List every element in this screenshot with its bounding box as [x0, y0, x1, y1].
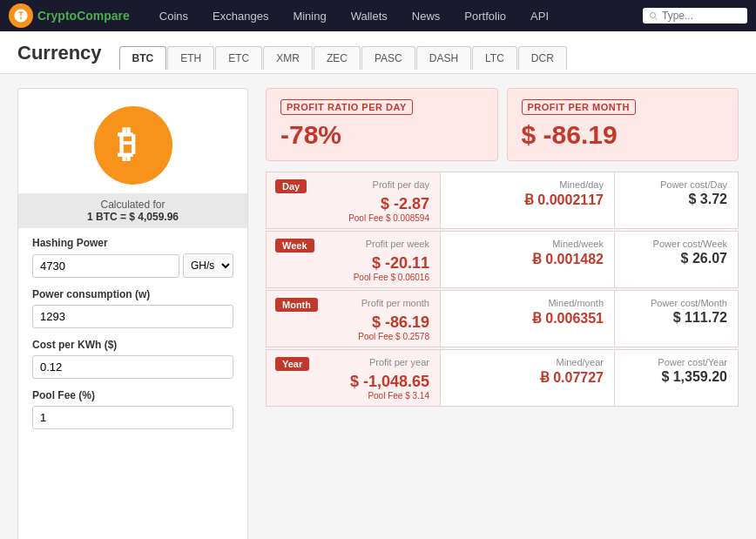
power-label: Power cost/Week [625, 239, 727, 249]
power-value: $ 26.07 [625, 251, 727, 266]
profit-ratio-label: PROFIT RATIO PER DAY [280, 99, 413, 115]
nav-portfolio[interactable]: Portfolio [452, 0, 518, 31]
hashing-power-label: Hashing Power [32, 237, 233, 249]
logo[interactable]: CryptoCompare [9, 3, 130, 28]
profit-label: Profit per week [320, 239, 429, 249]
power-value: $ 3.72 [625, 192, 727, 207]
period-badge: Day [275, 179, 307, 193]
nav-links: Coins Exchanges Mining Wallets News Port… [147, 0, 643, 31]
pool-fee-input[interactable] [32, 406, 233, 429]
cost-kwh-label: Cost per KWh ($) [32, 339, 233, 351]
power-value: $ 111.72 [625, 310, 727, 326]
main-content: ₿ Calculated for 1 BTC = $ 4,059.96 Hash… [0, 74, 756, 539]
table-row: Year Profit per year $ -1,048.65 Pool Fe… [267, 350, 739, 407]
svg-text:₿: ₿ [118, 124, 136, 165]
nav-mining[interactable]: Mining [280, 0, 338, 31]
top-stats: PROFIT RATIO PER DAY -78% PROFIT PER MON… [266, 88, 739, 161]
calculated-for: Calculated for 1 BTC = $ 4,059.96 [18, 193, 247, 228]
profit-value: $ -86.19 [275, 313, 429, 332]
profit-label: Profit per year [314, 357, 429, 367]
pool-fee-group: Pool Fee (%) [32, 389, 233, 429]
power-consumption-input[interactable] [32, 305, 233, 328]
mined-label: Mined/month [451, 298, 604, 308]
page-title: Currency [17, 42, 102, 73]
power-consumption-label: Power consumption (w) [32, 288, 233, 300]
tab-ltc[interactable]: LTC [472, 46, 517, 70]
tab-btc[interactable]: BTC [119, 46, 167, 70]
nav-news[interactable]: News [400, 0, 453, 31]
hashing-power-unit-select[interactable]: GH/s MH/s TH/s [183, 253, 233, 278]
mined-value: Ƀ 0.001482 [451, 251, 604, 267]
pool-fee: Pool Fee $ 0.2578 [275, 332, 429, 341]
hashing-power-group: Hashing Power GH/s MH/s TH/s [32, 237, 233, 278]
profit-value: $ -1,048.65 [275, 373, 429, 391]
tab-dcr[interactable]: DCR [518, 46, 567, 70]
power-value: $ 1,359.20 [625, 369, 727, 385]
coin-logo-area: ₿ [18, 89, 247, 193]
tab-dash[interactable]: DASH [416, 46, 471, 70]
profit-table: Day Profit per day $ -2.87 Pool Fee $ 0.… [266, 172, 739, 407]
pool-fee: Pool Fee $ 0.008594 [275, 213, 429, 223]
mined-value: Ƀ 0.07727 [451, 369, 604, 386]
mined-label: Mined/day [451, 179, 604, 190]
power-consumption-group: Power consumption (w) [32, 288, 233, 328]
tab-zec[interactable]: ZEC [314, 46, 361, 70]
mined-value: Ƀ 0.006351 [451, 310, 604, 327]
period-badge: Year [275, 357, 309, 371]
profit-label: Profit per day [312, 179, 429, 190]
left-panel: ₿ Calculated for 1 BTC = $ 4,059.96 Hash… [17, 88, 248, 539]
profit-label: Profit per month [323, 298, 429, 308]
table-row: Month Profit per month $ -86.19 Pool Fee… [267, 291, 739, 347]
cost-kwh-group: Cost per KWh ($) [32, 339, 233, 379]
tab-etc[interactable]: ETC [215, 46, 262, 70]
mined-label: Mined/year [451, 357, 604, 367]
profit-value: $ -20.11 [275, 254, 429, 273]
pool-fee: Pool Fee $ 0.06016 [275, 273, 429, 282]
profit-month-label: PROFIT PER MONTH [522, 99, 636, 115]
calc-rate: 1 BTC = $ 4,059.96 [24, 211, 242, 223]
period-badge: Week [275, 239, 314, 253]
pool-fee: Pool Fee $ 3.14 [275, 391, 429, 401]
mined-label: Mined/week [451, 239, 604, 249]
pool-fee-label: Pool Fee (%) [32, 389, 233, 401]
mined-value: Ƀ 0.0002117 [451, 192, 604, 208]
tab-pasc[interactable]: PASC [361, 46, 415, 70]
table-row: Week Profit per week $ -20.11 Pool Fee $… [267, 232, 739, 288]
hashing-power-input[interactable] [32, 254, 179, 278]
nav-api[interactable]: API [518, 0, 561, 31]
search-input[interactable] [662, 10, 742, 22]
nav-coins[interactable]: Coins [147, 0, 200, 31]
table-row: Day Profit per day $ -2.87 Pool Fee $ 0.… [267, 172, 739, 229]
profit-ratio-value: -78% [280, 120, 483, 150]
right-panel: PROFIT RATIO PER DAY -78% PROFIT PER MON… [266, 88, 739, 539]
power-label: Power cost/Month [625, 298, 727, 308]
form-section: Hashing Power GH/s MH/s TH/s Power consu… [18, 228, 247, 448]
cost-kwh-input[interactable] [32, 355, 233, 379]
tab-eth[interactable]: ETH [167, 46, 214, 70]
nav-exchanges[interactable]: Exchanges [200, 0, 280, 31]
power-label: Power cost/Day [625, 179, 727, 190]
period-badge: Month [275, 298, 318, 312]
navbar: CryptoCompare Coins Exchanges Mining Wal… [0, 0, 756, 31]
profit-month-value: $ -86.19 [522, 120, 725, 150]
profit-ratio-card: PROFIT RATIO PER DAY -78% [266, 88, 498, 161]
nav-wallets[interactable]: Wallets [339, 0, 400, 31]
logo-text: CryptoCompare [37, 9, 130, 23]
profit-value: $ -2.87 [275, 195, 429, 213]
profit-month-card: PROFIT PER MONTH $ -86.19 [507, 88, 739, 161]
search-box [643, 8, 747, 24]
logo-icon [9, 3, 33, 28]
currency-tabs: BTC ETH ETC XMR ZEC PASC DASH LTC DCR [119, 46, 568, 70]
btc-logo: ₿ [94, 106, 172, 185]
currency-header: Currency BTC ETH ETC XMR ZEC PASC DASH L… [0, 31, 756, 74]
tab-xmr[interactable]: XMR [263, 46, 313, 70]
power-label: Power cost/Year [625, 357, 727, 367]
